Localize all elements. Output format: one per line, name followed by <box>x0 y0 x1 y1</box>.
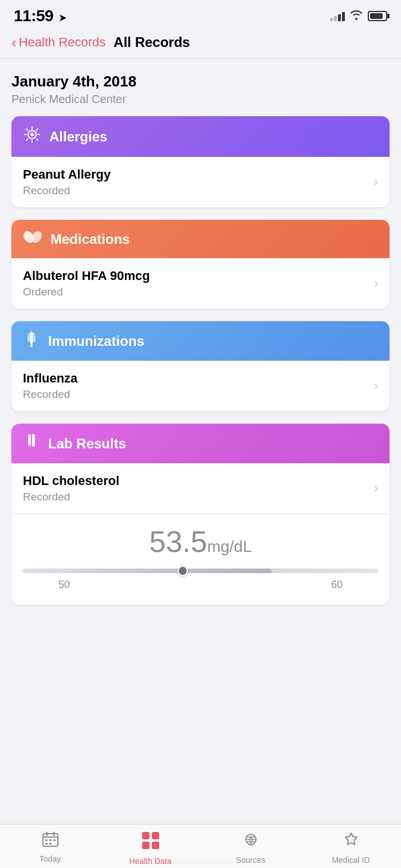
immunizations-label: Immunizations <box>48 333 144 349</box>
bar-track <box>23 569 378 573</box>
immunization-item[interactable]: Influenza Recorded › <box>11 361 390 411</box>
tab-health-data[interactable]: Health Data <box>128 831 174 866</box>
back-button[interactable]: ‹ Health Records <box>11 35 105 50</box>
allergies-icon <box>23 125 41 148</box>
immunization-name: Influenza <box>23 371 77 386</box>
medical-id-icon <box>343 831 360 853</box>
signal-bars <box>330 11 345 21</box>
tab-bar: Today Health Data Sources <box>0 824 401 868</box>
medications-header[interactable]: Medications <box>11 220 390 258</box>
chevron-right-icon: › <box>374 276 378 291</box>
health-data-label: Health Data <box>129 857 172 866</box>
chevron-right-icon: › <box>374 175 378 190</box>
medication-status: Ordered <box>23 286 150 298</box>
lab-value: 53.5mg/dL <box>149 526 251 558</box>
tab-today[interactable]: Today <box>27 831 73 863</box>
svg-rect-19 <box>32 442 35 447</box>
immunizations-card: Immunizations Influenza Recorded › <box>11 321 390 411</box>
bar-fill <box>23 569 272 573</box>
svg-line-8 <box>36 129 38 131</box>
range-max-label: 60 <box>331 579 343 591</box>
svg-line-9 <box>26 139 29 141</box>
svg-rect-23 <box>49 839 52 841</box>
svg-line-6 <box>26 129 29 131</box>
svg-rect-17 <box>28 441 31 447</box>
main-content: January 4th, 2018 Penick Medical Center <box>0 59 401 674</box>
status-icons <box>330 10 387 23</box>
lab-results-icon <box>23 433 40 454</box>
svg-rect-25 <box>45 843 48 845</box>
immunizations-icon <box>23 330 40 352</box>
date-title: January 4th, 2018 <box>11 73 390 90</box>
svg-line-7 <box>36 139 38 141</box>
date-section: January 4th, 2018 Penick Medical Center <box>11 73 390 106</box>
tab-medical-id[interactable]: Medical ID <box>328 831 374 865</box>
health-data-icon <box>141 831 160 854</box>
svg-point-1 <box>30 133 34 136</box>
lab-results-header[interactable]: Lab Results <box>11 424 390 463</box>
status-time: 11:59 ➤ <box>14 7 67 25</box>
allergy-name: Peanut Allergy <box>23 167 111 182</box>
lab-number: 53.5 <box>149 525 207 558</box>
lab-unit: mg/dL <box>207 538 252 555</box>
svg-rect-22 <box>45 839 48 841</box>
tab-sources[interactable]: Sources <box>228 831 274 865</box>
facility-name: Penick Medical Center <box>11 93 390 106</box>
lab-name: HDL cholesterol <box>23 474 119 488</box>
chevron-right-icon: › <box>374 481 378 496</box>
svg-rect-24 <box>53 839 56 841</box>
svg-rect-29 <box>142 832 150 839</box>
medications-label: Medications <box>50 231 130 247</box>
nav-bar: ‹ Health Records All Records <box>0 30 401 59</box>
battery-icon <box>368 11 387 21</box>
medication-name: Albuterol HFA 90mcg <box>23 269 150 283</box>
medications-icon <box>23 229 42 249</box>
immunization-status: Recorded <box>23 388 77 401</box>
lab-results-card: Lab Results HDL cholesterol Recorded › 5… <box>11 424 390 605</box>
allergy-item[interactable]: Peanut Allergy Recorded › <box>11 157 390 207</box>
lab-range-bar: 50 60 <box>23 569 378 591</box>
svg-rect-26 <box>49 843 52 845</box>
bar-labels: 50 60 <box>23 579 378 591</box>
lab-value-section: 53.5mg/dL 50 60 <box>11 514 390 605</box>
allergy-status: Recorded <box>23 184 111 197</box>
allergies-card: Allergies Peanut Allergy Recorded › <box>11 116 390 207</box>
chevron-right-icon: › <box>374 378 378 393</box>
allergies-label: Allergies <box>49 129 107 145</box>
allergies-header[interactable]: Allergies <box>11 116 390 157</box>
medications-card: Medications Albuterol HFA 90mcg Ordered … <box>11 220 390 309</box>
status-bar: 11:59 ➤ <box>0 0 401 30</box>
svg-rect-13 <box>27 335 36 342</box>
wifi-icon <box>349 10 363 23</box>
today-label: Today <box>40 854 61 863</box>
bar-indicator <box>178 566 188 576</box>
page-title: All Records <box>113 34 190 50</box>
range-min-label: 50 <box>58 579 70 591</box>
lab-item[interactable]: HDL cholesterol Recorded › <box>11 463 390 514</box>
svg-rect-31 <box>142 842 150 849</box>
lab-results-label: Lab Results <box>48 436 126 452</box>
back-arrow-icon: ‹ <box>11 35 17 50</box>
location-icon: ➤ <box>58 12 67 23</box>
svg-rect-32 <box>152 842 159 849</box>
lab-status: Recorded <box>23 491 119 503</box>
svg-rect-30 <box>152 832 159 839</box>
sources-label: Sources <box>236 855 265 865</box>
today-icon <box>42 831 59 851</box>
sources-icon <box>242 831 260 853</box>
medication-item[interactable]: Albuterol HFA 90mcg Ordered › <box>11 258 390 309</box>
medical-id-label: Medical ID <box>332 855 369 865</box>
immunizations-header[interactable]: Immunizations <box>11 321 390 361</box>
